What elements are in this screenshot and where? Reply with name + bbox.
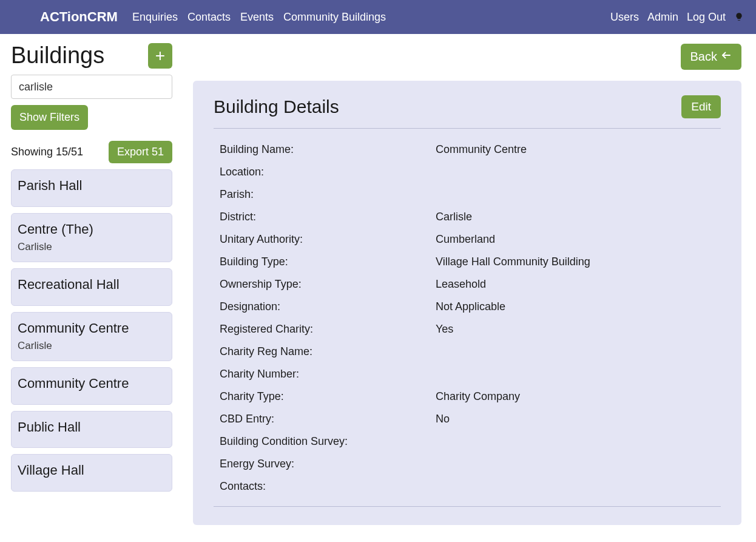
arrow-left-icon (721, 50, 732, 64)
field-label: Parish: (220, 188, 436, 201)
nav-logout[interactable]: Log Out (687, 11, 726, 24)
field-row: Registered Charity:Yes (214, 318, 721, 340)
field-row: Designation:Not Applicable (214, 296, 721, 318)
field-row: Building Condition Survey: (214, 430, 721, 453)
field-value: Not Applicable (436, 300, 715, 313)
show-filters-button[interactable]: Show Filters (11, 105, 88, 130)
divider (214, 506, 721, 507)
field-row: Charity Reg Name: (214, 340, 721, 363)
field-label: Registered Charity: (220, 323, 436, 336)
field-label: CBD Entry: (220, 413, 436, 425)
showing-count: Showing 15/51 (11, 146, 83, 158)
brand[interactable]: ACTionCRM (40, 9, 118, 25)
field-row: Charity Type:Charity Company (214, 385, 721, 408)
building-card[interactable]: Community CentreCarlisle (11, 312, 172, 362)
add-building-button[interactable]: + (148, 43, 172, 69)
field-label: Energy Survey: (220, 458, 436, 470)
nav-enquiries[interactable]: Enquiries (132, 11, 178, 24)
nav-users[interactable]: Users (610, 11, 639, 24)
field-value (436, 345, 715, 358)
top-nav: ACTionCRM Enquiries Contacts Events Comm… (0, 0, 756, 34)
building-card[interactable]: Public Hall (11, 411, 172, 449)
back-label: Back (690, 50, 717, 64)
building-card[interactable]: Community Centre (11, 367, 172, 405)
field-value (436, 368, 715, 381)
sidebar: Buildings + Show Filters Showing 15/51 E… (0, 34, 183, 542)
field-value (436, 166, 715, 178)
building-card[interactable]: Recreational Hall (11, 268, 172, 306)
building-card-title: Community Centre (18, 320, 166, 337)
building-card-title: Centre (The) (18, 221, 166, 238)
building-card-title: Village Hall (18, 462, 166, 479)
field-value (436, 480, 715, 493)
back-button[interactable]: Back (681, 44, 741, 70)
field-row: Energy Survey: (214, 453, 721, 475)
nav-links: Enquiries Contacts Events Community Buil… (132, 11, 386, 24)
field-value (436, 435, 715, 448)
field-value: No (436, 413, 715, 425)
nav-admin[interactable]: Admin (647, 11, 678, 24)
field-value: Charity Company (436, 390, 715, 403)
field-row: Location: (214, 161, 721, 183)
field-value (436, 188, 715, 201)
main-content: Back Building Details Edit Building Name… (183, 34, 756, 542)
divider (214, 128, 721, 129)
field-value: Village Hall Community Building (436, 256, 715, 268)
field-label: Building Condition Survey: (220, 435, 436, 448)
nav-events[interactable]: Events (240, 11, 274, 24)
building-card[interactable]: Village Hall (11, 454, 172, 492)
field-row: Charity Number: (214, 363, 721, 385)
field-label: District: (220, 211, 436, 223)
field-value: Cumberland (436, 233, 715, 246)
building-card-title: Community Centre (18, 375, 166, 392)
field-label: Designation: (220, 300, 436, 313)
field-value: Yes (436, 323, 715, 336)
building-details-panel: Building Details Edit Building Name:Comm… (193, 81, 741, 525)
field-value: Leasehold (436, 278, 715, 291)
plus-icon: + (155, 46, 165, 66)
field-row: District:Carlisle (214, 206, 721, 228)
field-label: Building Name: (220, 143, 436, 156)
field-row: Building Name:Community Centre (214, 138, 721, 161)
building-card-title: Public Hall (18, 419, 166, 436)
building-card[interactable]: Parish Hall (11, 169, 172, 207)
nav-community-buildings[interactable]: Community Buildings (283, 11, 386, 24)
building-card-title: Parish Hall (18, 177, 166, 194)
field-row: Parish: (214, 183, 721, 206)
export-button[interactable]: Export 51 (109, 141, 172, 163)
field-label: Charity Reg Name: (220, 345, 436, 358)
search-input[interactable] (11, 75, 172, 99)
field-label: Charity Number: (220, 368, 436, 381)
edit-button[interactable]: Edit (681, 95, 721, 118)
field-label: Unitary Authority: (220, 233, 436, 246)
field-row: Building Type:Village Hall Community Bui… (214, 251, 721, 273)
fields-list: Building Name:Community CentreLocation:P… (214, 138, 721, 498)
building-list: Parish HallCentre (The)CarlisleRecreatio… (11, 169, 172, 492)
building-card[interactable]: Centre (The)Carlisle (11, 213, 172, 263)
field-row: Unitary Authority:Cumberland (214, 228, 721, 251)
field-label: Ownership Type: (220, 278, 436, 291)
field-value (436, 458, 715, 470)
field-row: CBD Entry:No (214, 408, 721, 430)
building-card-title: Recreational Hall (18, 276, 166, 293)
field-label: Charity Type: (220, 390, 436, 403)
field-value: Community Centre (436, 143, 715, 156)
field-label: Building Type: (220, 256, 436, 268)
sidebar-title: Buildings (11, 42, 104, 69)
nav-right: Users Admin Log Out (610, 11, 744, 24)
field-label: Contacts: (220, 480, 436, 493)
nav-contacts[interactable]: Contacts (187, 11, 231, 24)
building-card-sub: Carlisle (18, 241, 166, 253)
field-label: Location: (220, 166, 436, 178)
field-row: Ownership Type:Leasehold (214, 273, 721, 296)
building-card-sub: Carlisle (18, 340, 166, 352)
field-value: Carlisle (436, 211, 715, 223)
details-title: Building Details (214, 97, 339, 117)
lightbulb-icon[interactable] (734, 12, 744, 22)
field-row: Contacts: (214, 475, 721, 498)
